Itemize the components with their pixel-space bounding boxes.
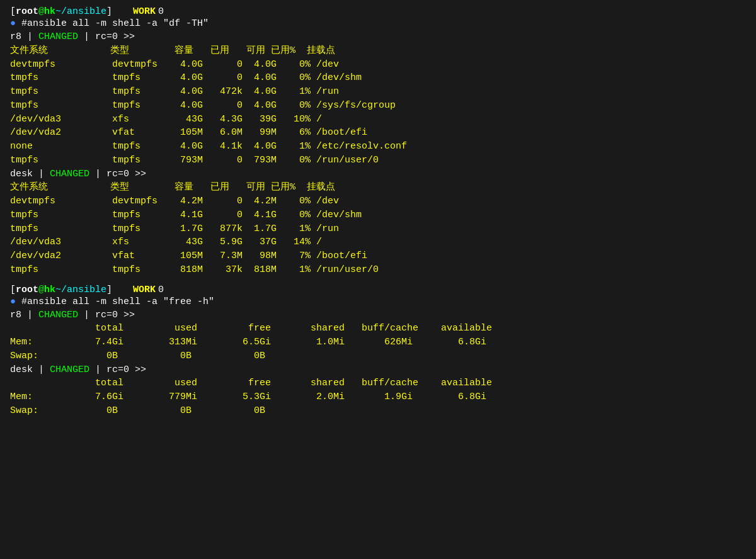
df-r8-row-7: none tmpfs 4.0G 4.1k 4.0G 1% /etc/resolv…	[10, 140, 746, 154]
df-desk-row-1: devtmpfs devtmpfs 4.2M 0 4.2M 0% /dev	[10, 195, 746, 208]
df-desk-row-6: tmpfs tmpfs 818M 37k 818M 1% /run/user/0	[10, 263, 746, 277]
prompt-num-1: 0	[158, 6, 164, 17]
free-r8-swap: Swap: 0B 0B 0B	[10, 349, 746, 363]
df-r8-row-4: tmpfs tmpfs 4.0G 0 4.0G 0% /sys/fs/cgrou…	[10, 99, 746, 113]
prompt-root-1: root	[16, 6, 38, 17]
free-desk-mem: Mem: 7.6Gi 779Mi 5.3Gi 2.0Mi 1.9Gi 6.8Gi	[10, 390, 746, 404]
prompt-1: [root@hk ~/ansible] WORK 0	[10, 6, 746, 17]
df-desk-row-2: tmpfs tmpfs 4.1G 0 4.1G 0% /dev/shm	[10, 208, 746, 222]
prompt-at-2: @	[38, 285, 44, 295]
prompt-host-1: hk	[44, 6, 55, 17]
desk-changed-header-1: desk | CHANGED | rc=0 >>	[10, 167, 746, 181]
df-r8-row-5: /dev/vda3 xfs 43G 4.3G 39G 10% /	[10, 113, 746, 127]
prompt-bracket-close-2: ]	[106, 285, 112, 295]
bullet-1: ●	[10, 18, 21, 29]
df-desk-header: 文件系统 类型 容量 已用 可用 已用% 挂载点	[10, 181, 746, 195]
free-desk-header: total used free shared buff/cache availa…	[10, 376, 746, 390]
r8-changed-header-2: r8 | CHANGED | rc=0 >>	[10, 308, 746, 322]
bullet-2: ●	[10, 296, 21, 307]
df-desk-row-3: tmpfs tmpfs 1.7G 877k 1.7G 1% /run	[10, 222, 746, 236]
prompt-2: [root@hk ~/ansible] WORK 0	[10, 285, 746, 295]
df-r8-row-6: /dev/vda2 vfat 105M 6.0M 99M 6% /boot/ef…	[10, 126, 746, 140]
free-r8-mem: Mem: 7.4Gi 313Mi 6.5Gi 1.0Mi 626Mi 6.8Gi	[10, 336, 746, 349]
prompt-root-2: root	[16, 285, 38, 295]
desk-changed-header-2: desk | CHANGED | rc=0 >>	[10, 363, 746, 377]
command-2: ● #ansible all -m shell -a "free -h"	[10, 296, 746, 307]
command-1: ● #ansible all -m shell -a "df -TH"	[10, 18, 746, 29]
prompt-dir-1: ~/ansible	[55, 6, 106, 17]
df-desk-row-5: /dev/vda2 vfat 105M 7.3M 98M 7% /boot/ef…	[10, 249, 746, 263]
free-desk-swap: Swap: 0B 0B 0B	[10, 404, 746, 418]
cmd-text-1: #ansible all -m shell -a "df -TH"	[21, 18, 209, 29]
prompt-bracket-open: [	[10, 6, 16, 17]
df-r8-row-8: tmpfs tmpfs 793M 0 793M 0% /run/user/0	[10, 154, 746, 167]
df-r8-row-3: tmpfs tmpfs 4.0G 472k 4.0G 1% /run	[10, 85, 746, 99]
terminal: [root@hk ~/ansible] WORK 0 ● #ansible al…	[10, 6, 746, 418]
df-desk-row-4: /dev/vda3 xfs 43G 5.9G 37G 14% /	[10, 235, 746, 249]
prompt-dir-2: ~/ansible	[55, 285, 106, 295]
prompt-bracket-close-1: ]	[106, 6, 112, 17]
prompt-work-2: WORK	[116, 285, 156, 295]
r8-changed-header-1: r8 | CHANGED | rc=0 >>	[10, 30, 746, 44]
prompt-host-2: hk	[44, 285, 55, 295]
df-r8-row-1: devtmpfs devtmpfs 4.0G 0 4.0G 0% /dev	[10, 58, 746, 72]
prompt-num-2: 0	[158, 285, 164, 295]
prompt-work-1: WORK	[116, 6, 156, 17]
prompt-at-1: @	[38, 6, 44, 17]
df-r8-row-2: tmpfs tmpfs 4.0G 0 4.0G 0% /dev/shm	[10, 71, 746, 85]
free-r8-header: total used free shared buff/cache availa…	[10, 322, 746, 336]
prompt-bracket-open-2: [	[10, 285, 16, 295]
df-r8-header: 文件系统 类型 容量 已用 可用 已用% 挂载点	[10, 44, 746, 58]
cmd-text-2: #ansible all -m shell -a "free -h"	[21, 296, 214, 307]
